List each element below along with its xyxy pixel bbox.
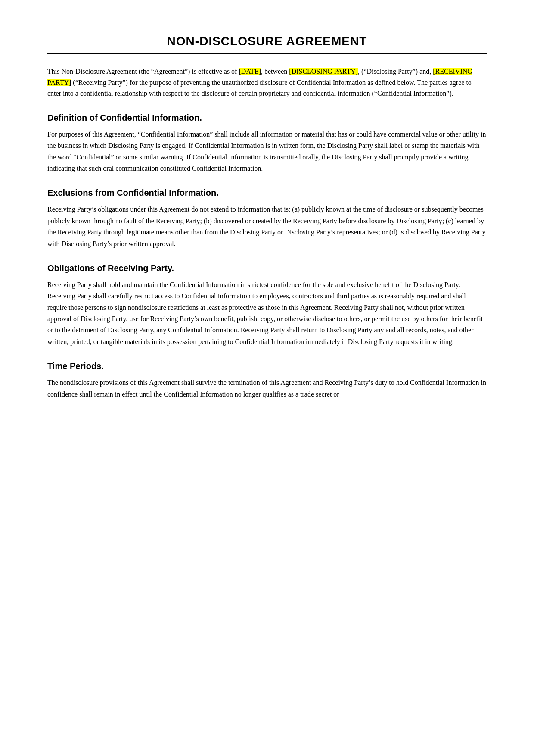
title-divider	[47, 53, 487, 54]
intro-paragraph: This Non-Disclosure Agreement (the “Agre…	[47, 66, 487, 99]
section-definition: Definition of Confidential Information. …	[47, 113, 487, 175]
disclosing-party-placeholder: [DISCLOSING PARTY]	[289, 68, 358, 75]
section-exclusions-heading: Exclusions from Confidential Information…	[47, 188, 487, 198]
section-time-periods-heading: Time Periods.	[47, 361, 487, 371]
section-definition-heading: Definition of Confidential Information.	[47, 113, 487, 123]
section-obligations-heading: Obligations of Receiving Party.	[47, 263, 487, 273]
section-time-periods-body: The nondisclosure provisions of this Agr…	[47, 377, 487, 400]
document-page: NON-DISCLOSURE AGREEMENT This Non-Disclo…	[0, 0, 534, 756]
section-obligations-body: Receiving Party shall hold and maintain …	[47, 279, 487, 347]
document-title: NON-DISCLOSURE AGREEMENT	[47, 34, 487, 48]
section-obligations: Obligations of Receiving Party. Receivin…	[47, 263, 487, 347]
section-exclusions-body: Receiving Party’s obligations under this…	[47, 204, 487, 250]
intro-text-after-receiving: (“Receiving Party”) for the purpose of p…	[47, 79, 472, 97]
section-exclusions: Exclusions from Confidential Information…	[47, 188, 487, 250]
section-definition-body: For purposes of this Agreement, “Confide…	[47, 129, 487, 175]
intro-text-after-date: , between	[261, 68, 289, 75]
section-time-periods: Time Periods. The nondisclosure provisio…	[47, 361, 487, 400]
date-placeholder: [DATE]	[239, 68, 261, 75]
intro-text-after-disclosing: , (“Disclosing Party”) and,	[358, 68, 433, 75]
intro-text-before-date: This Non-Disclosure Agreement (the “Agre…	[47, 68, 239, 75]
